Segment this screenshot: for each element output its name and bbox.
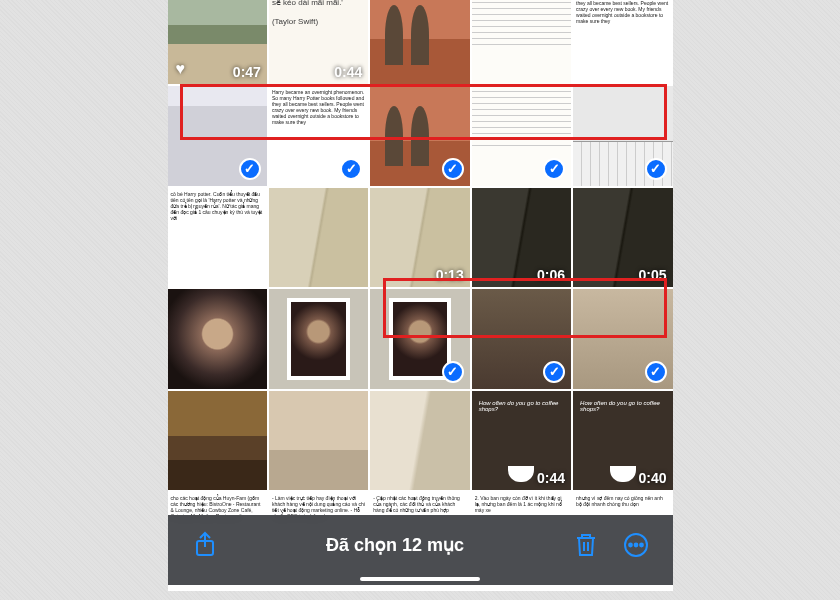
photo-thumbnail[interactable]: Harry became an overnight phenomenon. So… bbox=[269, 86, 368, 185]
selection-check-icon: ✓ bbox=[543, 361, 565, 383]
video-duration-label: 0:44 bbox=[537, 470, 565, 486]
photo-thumbnail[interactable]: Harry became an overnight phenomenon. So… bbox=[573, 0, 672, 84]
photo-thumbnail[interactable]: ✓ bbox=[370, 289, 469, 388]
selection-check-icon: ✓ bbox=[239, 158, 261, 180]
video-duration-label: 0:40 bbox=[638, 470, 666, 486]
photo-thumbnail[interactable] bbox=[370, 391, 469, 490]
favorite-heart-icon: ♥ bbox=[176, 60, 186, 78]
selection-check-icon: ✓ bbox=[442, 158, 464, 180]
photo-thumbnail[interactable]: How often do you go to coffee shops?0:40 bbox=[573, 391, 672, 490]
video-duration-label: 0:06 bbox=[537, 267, 565, 283]
video-duration-label: 0:44 bbox=[334, 64, 362, 80]
home-indicator[interactable] bbox=[360, 577, 480, 581]
photo-thumbnail[interactable]: cô bé Harry potter. Cuốn tiểu thuyết đầu… bbox=[168, 188, 267, 287]
photo-thumbnail[interactable] bbox=[168, 391, 267, 490]
photo-thumbnail[interactable]: ✓ bbox=[573, 86, 672, 185]
share-button[interactable] bbox=[190, 530, 220, 560]
photo-thumbnail[interactable] bbox=[168, 289, 267, 388]
photo-thumbnail[interactable]: ✓ bbox=[370, 86, 469, 185]
delete-button[interactable] bbox=[571, 530, 601, 560]
photo-thumbnail[interactable]: 0:06 bbox=[472, 188, 571, 287]
photo-thumbnail[interactable] bbox=[472, 0, 571, 84]
photo-thumbnail[interactable]: 0:05 bbox=[573, 188, 672, 287]
photo-grid: ♥0:47một thời bạn cho rằng nó sẽ kéo dài… bbox=[168, 0, 673, 591]
photo-thumbnail[interactable]: ♥0:47 bbox=[168, 0, 267, 84]
photo-thumbnail[interactable]: ✓ bbox=[573, 289, 672, 388]
photo-thumbnail[interactable]: một thời bạn cho rằng nó sẽ kéo dài mãi … bbox=[269, 0, 368, 84]
photo-thumbnail[interactable]: How often do you go to coffee shops?0:44 bbox=[472, 391, 571, 490]
selection-check-icon: ✓ bbox=[543, 158, 565, 180]
bottom-toolbar: Đã chọn 12 mục bbox=[168, 515, 673, 585]
selection-check-icon: ✓ bbox=[645, 158, 667, 180]
photo-thumbnail[interactable] bbox=[269, 188, 368, 287]
selection-check-icon: ✓ bbox=[645, 361, 667, 383]
svg-point-3 bbox=[634, 544, 637, 547]
video-duration-label: 0:47 bbox=[233, 64, 261, 80]
selection-check-icon: ✓ bbox=[340, 158, 362, 180]
selection-count-label: Đã chọn 12 mục bbox=[220, 534, 571, 556]
photo-thumbnail[interactable] bbox=[269, 289, 368, 388]
video-duration-label: 0:05 bbox=[638, 267, 666, 283]
photo-thumbnail[interactable]: 0:13 bbox=[370, 188, 469, 287]
selection-check-icon: ✓ bbox=[442, 361, 464, 383]
more-button[interactable] bbox=[621, 530, 651, 560]
photo-thumbnail[interactable]: ✓ bbox=[168, 86, 267, 185]
photo-picker-screen: ♥0:47một thời bạn cho rằng nó sẽ kéo dài… bbox=[168, 0, 673, 585]
video-duration-label: 0:13 bbox=[436, 267, 464, 283]
svg-point-4 bbox=[640, 544, 643, 547]
svg-point-2 bbox=[629, 544, 632, 547]
photo-thumbnail[interactable] bbox=[370, 0, 469, 84]
photo-thumbnail[interactable]: ✓ bbox=[472, 86, 571, 185]
photo-thumbnail[interactable]: ✓ bbox=[472, 289, 571, 388]
photo-thumbnail[interactable] bbox=[269, 391, 368, 490]
